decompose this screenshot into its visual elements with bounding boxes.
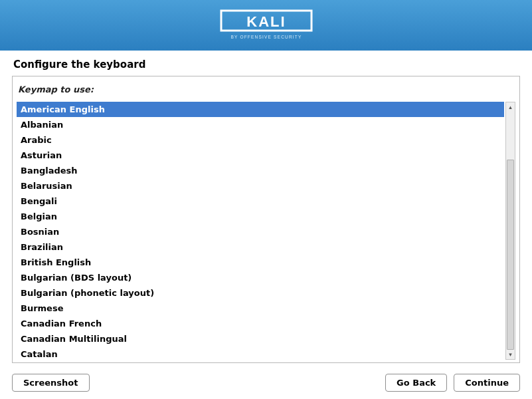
list-item[interactable]: Asturian [17,148,504,163]
scrollbar[interactable]: ▴ ▾ [505,102,515,360]
list-item[interactable]: Belgian [17,209,504,224]
list-item[interactable]: Bulgarian (phonetic layout) [17,285,504,301]
list-item[interactable]: Arabic [17,132,504,148]
list-item[interactable]: American English [17,102,504,117]
keymap-label: Keymap to use: [17,83,515,101]
list-item[interactable]: Brazilian [17,239,504,255]
list-item[interactable]: Albanian [17,117,504,132]
list-item[interactable]: Burmese [17,301,504,316]
list-item[interactable]: Canadian French [17,316,504,331]
footer: Screenshot Go Back Continue [0,370,532,399]
list-item[interactable]: Belarusian [17,178,504,194]
scroll-up-icon[interactable]: ▴ [506,102,515,112]
list-item[interactable]: Bangladesh [17,163,504,178]
scroll-down-icon[interactable]: ▾ [506,350,515,359]
list-item[interactable]: Bengali [17,194,504,209]
list-item[interactable]: Bosnian [17,224,504,239]
continue-button[interactable]: Continue [454,374,520,392]
svg-text:BY OFFENSIVE SECURITY: BY OFFENSIVE SECURITY [230,35,302,39]
content-panel: Keymap to use: American EnglishAlbanianA… [12,76,520,363]
keymap-list[interactable]: American EnglishAlbanianArabicAsturianBa… [17,102,504,360]
list-item[interactable]: British English [17,255,504,270]
list-item[interactable]: Bulgarian (BDS layout) [17,270,504,285]
kali-logo: KALI BY OFFENSIVE SECURITY [220,9,313,41]
svg-text:KALI: KALI [246,13,286,30]
list-item[interactable]: Canadian Multilingual [17,331,504,346]
page-title: Configure the keyboard [0,51,532,76]
go-back-button[interactable]: Go Back [385,374,447,392]
header-banner: KALI BY OFFENSIVE SECURITY [0,0,532,51]
keymap-list-wrapper: American EnglishAlbanianArabicAsturianBa… [17,101,515,360]
scroll-thumb[interactable] [507,160,514,350]
list-item[interactable]: Catalan [17,346,504,360]
screenshot-button[interactable]: Screenshot [12,374,90,392]
